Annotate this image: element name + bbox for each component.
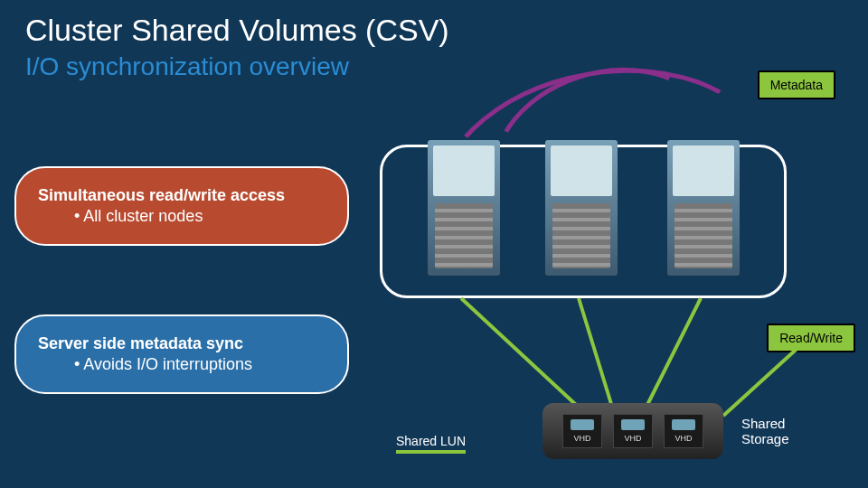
vhd-icon: VHD — [613, 414, 653, 448]
server-node-icon — [545, 140, 618, 276]
shared-storage-icon: VHD VHD VHD — [542, 403, 723, 459]
svg-line-1 — [579, 298, 615, 416]
slide-title: Cluster Shared Volumes (CSV) — [25, 13, 449, 48]
svg-line-2 — [642, 298, 701, 416]
svg-line-3 — [723, 342, 805, 416]
cluster-frame — [380, 145, 787, 298]
vhd-icon: VHD — [664, 414, 703, 448]
shared-lun-label: Shared LUN — [396, 434, 466, 454]
svg-line-0 — [461, 298, 588, 416]
server-node-icon — [667, 140, 740, 276]
callout-heading: Simultaneous read/write access — [38, 186, 326, 205]
vhd-icon: VHD — [562, 414, 602, 448]
vhd-label: VHD — [675, 434, 692, 443]
shared-storage-label: Shared Storage — [741, 416, 789, 446]
callout-heading: Server side metadata sync — [38, 334, 326, 353]
callout-bullet: Avoids I/O interruptions — [74, 355, 326, 374]
vhd-label: VHD — [573, 434, 590, 443]
vhd-label: VHD — [624, 434, 641, 443]
slide-subtitle: I/O synchronization overview — [25, 52, 349, 81]
callout-metadata-sync: Server side metadata sync Avoids I/O int… — [14, 314, 349, 394]
callout-simultaneous: Simultaneous read/write access All clust… — [14, 166, 349, 246]
metadata-badge: Metadata — [758, 70, 835, 99]
callout-bullet: All cluster nodes — [74, 207, 326, 226]
server-node-icon — [428, 140, 500, 276]
